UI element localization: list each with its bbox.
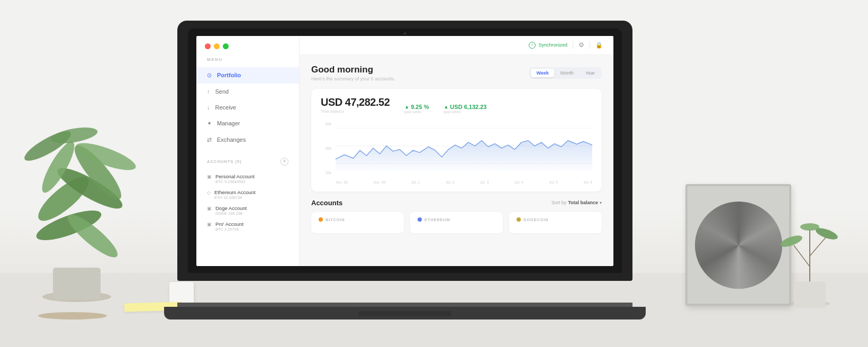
sync-status: ✓ Synchronized (529, 42, 567, 49)
portfolio-label: Portfolio (217, 72, 241, 78)
xlabel-jun30: Jun. 30 (373, 180, 385, 184)
xlabel-jul5: Jul. 5 (549, 180, 558, 184)
y-axis-labels: 60k 40k 20k (321, 119, 336, 184)
bitcoin-label: BITCOIN (326, 217, 345, 222)
dogecoin-label: DOGECOIN (523, 217, 548, 222)
close-btn[interactable] (205, 43, 211, 49)
account-item-personal[interactable]: ▣ Personal Account BTC 5.23644532 (207, 171, 288, 187)
ylabel-40k: 40k (321, 147, 331, 150)
touchpad (359, 311, 451, 316)
doge-account-name: Doge Account (215, 205, 247, 211)
menu-label: MENU (196, 57, 299, 62)
ethereum-label: ETHEREUM (424, 217, 450, 222)
laptop-hinge (177, 303, 632, 307)
minimize-btn[interactable] (214, 43, 220, 49)
xlabel-jul1: Jul. 1 (411, 180, 420, 184)
topbar: ✓ Synchronized ⚙ 🔒 (300, 36, 613, 55)
xlabel-jul4: Jul. 4 (514, 180, 523, 184)
account-card-ethereum[interactable]: ETHEREUM (410, 212, 503, 233)
sort-by-value: Total balance (568, 200, 598, 205)
ethereum-account-icon: ◇ (207, 190, 211, 195)
stat-percent-label: past week (404, 110, 429, 114)
add-account-btn[interactable]: + (281, 158, 288, 166)
exchanges-icon: ⇄ (207, 136, 212, 143)
doge-account-icon: ▣ (207, 206, 212, 211)
xlabel-jul2: Jul. 2 (446, 180, 455, 184)
stat-usd: ▲ USD 6,132.23 (444, 104, 486, 110)
personal-account-icon: ▣ (207, 174, 212, 179)
svg-line-14 (794, 245, 810, 267)
ylabel-60k: 60k (321, 122, 331, 126)
x-axis-labels: Jun. 29 Jun. 30 Jul. 1 Jul. 2 Jul. 3 Jul… (336, 180, 592, 184)
screen-bezel: MENU ⊙ Portfolio ↑ Send ↓ Receive (188, 29, 622, 273)
xlabel-jul6: Jul. 6 (583, 180, 592, 184)
personal-account-name: Personal Account (215, 174, 255, 179)
bitcoin-dot (319, 217, 323, 222)
account-card-dogecoin[interactable]: DOGECOIN (509, 212, 602, 233)
dogecoin-dot (517, 217, 521, 222)
svg-line-15 (810, 238, 826, 256)
portfolio-icon: ⊙ (207, 72, 212, 79)
settings-icon[interactable]: ⚙ (578, 41, 584, 49)
sort-by[interactable]: Sort by Total balance ▾ (551, 200, 602, 205)
stat-usd-label: past week (444, 110, 486, 114)
svg-point-18 (800, 223, 819, 231)
receive-label: Receive (215, 104, 237, 111)
chart-svg (336, 119, 592, 177)
greeting-title: Good morning (311, 65, 395, 75)
personal-account-sub: BTC 5.23644532 (215, 179, 255, 184)
svg-point-16 (779, 233, 804, 249)
xlabel-jun29: Jun. 29 (336, 180, 348, 184)
manager-label: Manager (217, 120, 240, 126)
laptop-lid: MENU ⊙ Portfolio ↑ Send ↓ Receive (177, 21, 632, 281)
sync-check-icon: ✓ (529, 42, 536, 49)
sync-label: Synchronized (538, 42, 567, 48)
total-balance-label: Total balance (321, 109, 390, 114)
pro-account-name: Pro' Account (215, 221, 243, 227)
window-controls (205, 43, 229, 49)
sidebar-item-portfolio[interactable]: ⊙ Portfolio (196, 67, 299, 84)
accounts-bottom-title: Accounts (311, 199, 342, 207)
camera (404, 32, 406, 35)
topbar-divider-2 (590, 41, 590, 49)
time-filter-month[interactable]: Month (555, 69, 579, 77)
ethereum-account-sub: ETH 32.168726 (214, 195, 256, 200)
manager-icon: ✦ (207, 120, 212, 127)
sort-by-label: Sort by (551, 200, 567, 205)
accounts-section-label: ACCOUNTS (5) (207, 159, 242, 164)
account-item-pro[interactable]: ▣ Pro' Account BTC 2.15726 (207, 218, 288, 234)
sidebar-item-exchanges[interactable]: ⇄ Exchanges (196, 132, 299, 148)
lock-icon[interactable]: 🔒 (595, 42, 603, 49)
sidebar-item-manager[interactable]: ✦ Manager (196, 115, 299, 132)
time-filter-year[interactable]: Year (580, 69, 600, 77)
ethereum-dot (418, 217, 422, 222)
arrow-up-1: ▲ (404, 104, 409, 109)
receive-icon: ↓ (207, 104, 210, 111)
pro-account-icon: ▣ (207, 222, 212, 227)
stat-percent: ▲ 9.25 % (404, 104, 429, 110)
xlabel-jul3: Jul. 3 (480, 180, 489, 184)
chart-card: USD 47,282.52 Total balance ▲ 9.25 % pas… (311, 89, 602, 191)
maximize-btn[interactable] (223, 43, 229, 49)
stat-percent-value: 9.25 % (411, 104, 429, 110)
svg-rect-12 (794, 281, 826, 308)
ethereum-account-name: Ethereum Account (214, 189, 256, 195)
svg-marker-22 (336, 140, 592, 172)
exchanges-label: Exchanges (217, 136, 246, 143)
arrow-up-2: ▲ (444, 104, 448, 109)
topbar-divider-1 (573, 41, 573, 49)
send-label: Send (215, 88, 229, 95)
sidebar-item-receive[interactable]: ↓ Receive (196, 99, 299, 115)
sidebar-item-send[interactable]: ↑ Send (196, 84, 299, 99)
sort-chevron-icon: ▾ (600, 200, 602, 205)
plant-left (16, 93, 138, 315)
send-icon: ↑ (207, 88, 210, 95)
account-item-doge[interactable]: ▣ Doge Account DOGE 236.236 (207, 203, 288, 218)
account-item-ethereum[interactable]: ◇ Ethereum Account ETH 32.168726 (207, 187, 288, 203)
account-card-bitcoin[interactable]: BITCOIN (311, 212, 404, 233)
sidebar: MENU ⊙ Portfolio ↑ Send ↓ Receive (196, 36, 300, 266)
greeting-subtitle: Here's the summary of your 5 accounts. (311, 76, 395, 81)
accounts-bottom-row: Accounts Sort by Total balance ▾ (311, 199, 602, 207)
time-filter-week[interactable]: Week (531, 69, 554, 77)
greeting-row: Good morning Here's the summary of your … (311, 65, 602, 81)
